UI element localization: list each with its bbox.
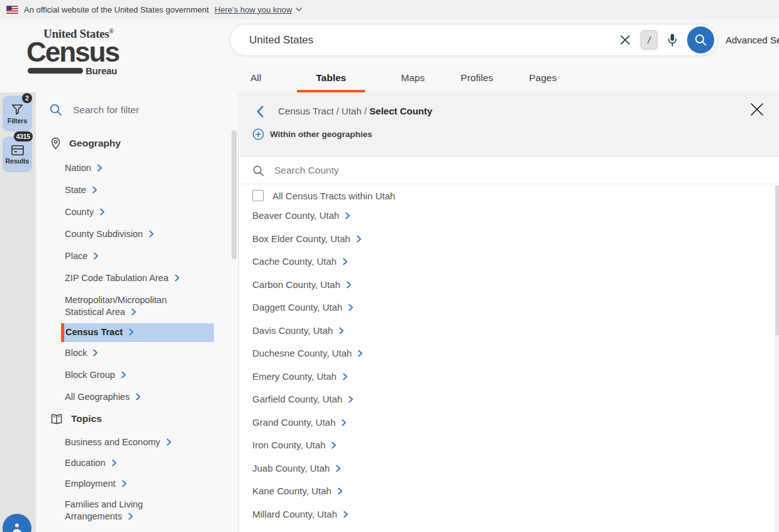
sidebar-item[interactable]: Block Group — [65, 364, 194, 386]
chevron-right-icon — [346, 281, 352, 289]
within-other-geographies-button[interactable]: Within other geographies — [252, 128, 373, 140]
geography-group-heading: Geography — [50, 137, 238, 150]
chevron-right-icon — [97, 164, 103, 172]
filter-search-input[interactable] — [73, 104, 211, 116]
chevron-right-icon — [99, 208, 105, 216]
advanced-search-link[interactable]: Advanced Search — [726, 35, 779, 45]
sidebar-item[interactable]: Employment — [65, 474, 194, 494]
sidebar-item[interactable]: County — [65, 201, 194, 223]
search-input[interactable] — [249, 34, 620, 47]
panel-header: Census Tract / Utah / Select County With… — [240, 92, 779, 157]
select-all-label: All Census Tracts within Utah — [272, 191, 395, 201]
back-button[interactable] — [257, 106, 264, 118]
sidebar-item[interactable]: Families and Living Arrangements — [65, 494, 194, 527]
sidebar-item[interactable]: Place — [65, 245, 194, 267]
search-button[interactable] — [687, 26, 714, 53]
filter-search — [36, 92, 238, 116]
sidebar-item[interactable]: Metropolitan/Micropolitan Statistical Ar… — [65, 289, 194, 323]
county-list-item[interactable]: Daggett County, Utah — [240, 296, 779, 319]
county-list-item[interactable]: Cache County, Utah — [240, 250, 779, 274]
sidebar-item[interactable]: Census Tract — [61, 323, 214, 342]
chevron-right-icon — [92, 349, 98, 357]
select-all-row: All Census Tracts within Utah — [240, 187, 779, 204]
county-list-item[interactable]: Box Elder County, Utah — [240, 228, 779, 251]
chevron-right-icon — [356, 235, 362, 243]
result-tabs: All Tables Maps Profiles Pages — [250, 72, 557, 92]
chevron-right-icon — [121, 480, 127, 487]
keyboard-shortcut-badge: / — [641, 30, 658, 50]
sidebar-item[interactable]: County Subdivision — [65, 223, 194, 245]
county-list-item[interactable]: Davis County, Utah — [240, 319, 779, 343]
sidebar-item[interactable]: Business and Economy — [65, 432, 194, 453]
chevron-right-icon — [337, 487, 343, 495]
county-search-input[interactable] — [274, 165, 526, 176]
geography-items: Nation State County County Subdivision P… — [65, 157, 194, 408]
book-icon — [50, 414, 63, 424]
county-list-item[interactable]: Juab County, Utah — [240, 457, 779, 480]
search-bar: / — [230, 24, 718, 56]
county-list-scrollbar-thumb[interactable] — [775, 186, 779, 335]
sidebar-item[interactable]: Block — [65, 342, 194, 364]
breadcrumb-current: Select County — [369, 106, 432, 116]
chevron-right-icon — [342, 258, 348, 265]
heres-how-you-know-link[interactable]: Here’s how you know — [215, 5, 302, 14]
county-list-scrollbar[interactable] — [775, 186, 779, 532]
tab[interactable]: Maps — [401, 72, 425, 92]
page-header: United States® Census Bureau / Advanced … — [0, 19, 779, 92]
clear-search-button[interactable] — [620, 35, 630, 45]
sidebar-item[interactable]: Nation — [65, 157, 194, 179]
tab[interactable]: Tables — [297, 72, 365, 92]
filters-button[interactable]: Filters 2 — [3, 96, 32, 131]
search-icon — [49, 103, 62, 116]
microphone-button[interactable] — [668, 33, 677, 47]
us-flag-icon — [6, 6, 18, 14]
search-icon — [252, 165, 264, 177]
chevron-right-icon — [121, 371, 126, 379]
geography-picker-panel: Census Tract / Utah / Select County With… — [240, 92, 779, 532]
chevron-right-icon — [128, 513, 133, 520]
tab[interactable]: Pages — [529, 72, 557, 92]
funnel-icon — [11, 103, 24, 116]
sidebar-item[interactable]: ZIP Code Tabulation Area — [65, 267, 194, 289]
county-search — [240, 157, 779, 184]
sidebar-item[interactable]: Government — [65, 527, 194, 532]
chevron-right-icon — [135, 393, 141, 401]
sidebar-scrollbar[interactable] — [232, 130, 237, 259]
topics-group-heading: Topics — [50, 413, 238, 424]
results-button[interactable]: Results 4315 — [3, 136, 32, 172]
plus-circle-icon — [252, 128, 264, 140]
chevron-right-icon — [166, 438, 172, 446]
chevron-right-icon — [345, 212, 350, 219]
sidebar-item[interactable]: Education — [65, 453, 194, 474]
county-list-item[interactable]: Iron County, Utah — [240, 434, 779, 457]
tab[interactable]: Profiles — [461, 72, 493, 92]
county-list: All Census Tracts within Utah Beaver Cou… — [240, 184, 779, 526]
tab[interactable]: All — [250, 72, 261, 92]
close-icon — [750, 103, 764, 116]
county-list-item[interactable]: Garfield County, Utah — [240, 388, 779, 411]
search-icon — [694, 33, 707, 47]
county-list-item[interactable]: Beaver County, Utah — [240, 204, 779, 228]
chevron-right-icon — [149, 230, 154, 238]
results-count-badge: 4315 — [14, 131, 33, 141]
filters-sidebar: Geography Nation State County County Sub… — [36, 92, 239, 532]
chevron-right-icon — [128, 328, 134, 336]
county-list-item[interactable]: Duchesne County, Utah — [240, 342, 779, 365]
sidebar-item[interactable]: State — [65, 179, 194, 201]
feedback-button[interactable] — [3, 514, 31, 532]
chevron-right-icon — [131, 308, 137, 316]
chevron-right-icon — [174, 274, 180, 282]
county-list-item[interactable]: Kane County, Utah — [240, 480, 779, 503]
logo-bar — [28, 68, 83, 74]
county-list-item[interactable]: Emery County, Utah — [240, 365, 779, 389]
select-all-checkbox[interactable] — [252, 190, 264, 201]
sidebar-item[interactable]: All Geographies — [65, 386, 194, 408]
census-bureau-logo[interactable]: United States® Census Bureau — [26, 27, 127, 76]
gov-banner: An official website of the United States… — [0, 0, 779, 19]
topics-items: Business and Economy Education Employmen… — [65, 432, 194, 532]
county-list-item[interactable]: Grand County, Utah — [240, 411, 779, 435]
county-list-item[interactable]: Millard County, Utah — [240, 503, 779, 526]
filters-count-badge: 2 — [22, 93, 32, 103]
county-list-item[interactable]: Carbon County, Utah — [240, 274, 779, 297]
close-button[interactable] — [750, 103, 764, 116]
